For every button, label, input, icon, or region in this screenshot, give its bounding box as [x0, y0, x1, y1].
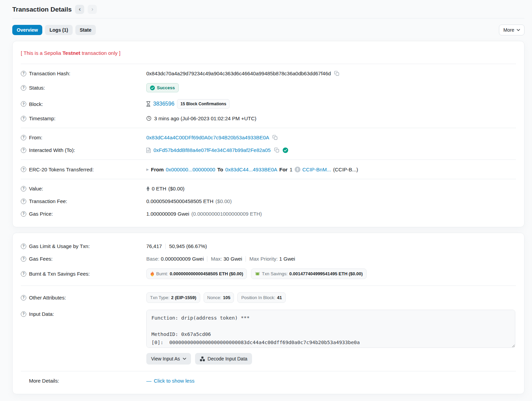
token-icon [295, 167, 300, 172]
status-row: ? Status: Success [21, 80, 516, 96]
view-input-as-label: View Input As [151, 356, 180, 361]
separator [165, 244, 166, 249]
gas-limit-label: Gas Limit & Usage by Txn: [29, 243, 90, 249]
help-icon[interactable]: ? [21, 116, 26, 121]
help-icon[interactable]: ? [21, 135, 26, 140]
view-input-as-button[interactable]: View Input As [146, 353, 191, 365]
interacted-with-address-link[interactable]: 0xFd57b4ddBf88a4e07fF4e34C487b99af2Fe82a… [153, 147, 271, 153]
divider [21, 371, 516, 371]
more-button[interactable]: More [499, 25, 524, 35]
help-icon[interactable]: ? [21, 244, 26, 249]
show-less-link-label: Click to show less [154, 378, 194, 384]
divider [21, 128, 516, 128]
base-fee-value: 0.000000009 Gwei [161, 256, 204, 262]
token-name-link[interactable]: CCIP-BnM... [302, 167, 331, 172]
gas-price-label: Gas Price: [29, 211, 53, 217]
copy-icon[interactable] [272, 135, 278, 140]
help-icon[interactable]: ? [21, 271, 26, 277]
input-data-row: ? Input Data: Function: drip(address tok… [21, 306, 516, 368]
interacted-with-row: ? Interacted With (To): 0xFd57b4ddBf88a4… [21, 144, 516, 156]
tabs: Overview Logs (1) State [12, 25, 96, 35]
help-icon[interactable]: ? [21, 85, 26, 91]
copy-icon[interactable] [334, 71, 340, 76]
erc20-transfers-row: ? ERC-20 Tokens Transferred: ▸ From 0x00… [21, 163, 516, 176]
help-icon[interactable]: ? [21, 186, 26, 191]
gas-limit-row: ? Gas Limit & Usage by Txn: 76,417 50,94… [21, 240, 516, 252]
gas-price-amount: 1.000000009 Gwei [146, 211, 189, 217]
value-usd: ($0.00) [168, 186, 185, 191]
gas-price-eth: (0.000000001000000009 ETH) [191, 211, 262, 217]
check-circle-icon [150, 86, 155, 90]
position-in-block-value: 41 [277, 295, 282, 300]
gas-usage-value: 50,945 (66.67%) [169, 243, 207, 249]
chevron-left-icon: ‹ [79, 6, 81, 12]
from-address-link[interactable]: 0x83dC44a4C00DFf69d0A0c7c94B20b53a4933BE… [146, 135, 269, 140]
input-data-actions: View Input As Decode Input Data [146, 353, 516, 365]
transaction-hash-row: ? Transaction Hash: 0x843dc70a4a29d79234… [21, 67, 516, 80]
help-icon[interactable]: ? [21, 167, 26, 172]
divider [21, 179, 516, 179]
transfer-amount: 1 [290, 167, 292, 172]
other-attributes-row: ? Other Attributes: Txn Type: 2 (EIP-155… [21, 289, 516, 306]
txn-savings-value: 0.001477404999541495 ETH ($0.00) [289, 271, 363, 276]
base-fee-label: Base: [146, 256, 159, 262]
block-number-link[interactable]: 3836596 [153, 101, 174, 107]
more-details-row: More Details: — Click to show less [21, 374, 516, 387]
money-wings-icon [255, 272, 260, 276]
block-row: ? Block: 3836596 15 Block Confirmations [21, 96, 516, 112]
help-icon[interactable]: ? [21, 148, 26, 153]
block-label: Block: [29, 101, 43, 107]
transfer-for-label: For [279, 167, 287, 172]
from-row: ? From: 0x83dC44a4C00DFf69d0A0c7c94B20b5… [21, 131, 516, 144]
transfer-from-address-link[interactable]: 0x000000...00000000 [166, 167, 215, 172]
copy-icon[interactable] [274, 148, 280, 153]
max-priority-fee-value: 1 Gwei [279, 256, 295, 262]
help-icon[interactable]: ? [21, 71, 26, 76]
help-icon[interactable]: ? [21, 101, 26, 107]
testnet-warning-text2: transaction only ] [80, 50, 121, 56]
burnt-savings-label: Burnt & Txn Savings Fees: [29, 271, 90, 277]
caret-right-icon: ▸ [146, 166, 149, 172]
help-icon[interactable]: ? [21, 211, 26, 217]
value-row: ? Value: 0 ETH ($0.00) [21, 182, 516, 195]
clock-icon [146, 116, 151, 121]
burnt-fees-badge: Burnt: 0.000000000000458505 ETH ($0.00) [146, 268, 247, 279]
help-icon[interactable]: ? [21, 256, 26, 262]
overview-card: [ This is a Sepolia Testnet transaction … [12, 41, 524, 227]
decode-input-data-label: Decode Input Data [208, 356, 248, 361]
decode-input-data-button[interactable]: Decode Input Data [195, 353, 252, 365]
next-transaction-button[interactable]: › [88, 5, 97, 14]
show-less-link[interactable]: — Click to show less [146, 378, 194, 384]
input-data-textarea[interactable]: Function: drip(address token) *** Method… [146, 310, 515, 348]
help-icon[interactable]: ? [21, 295, 26, 300]
status-badge: Success [146, 83, 179, 92]
tab-logs[interactable]: Logs (1) [45, 25, 72, 35]
from-label: From: [29, 135, 42, 140]
transaction-fee-usd: ($0.00) [216, 198, 232, 204]
chevron-down-icon [517, 29, 520, 31]
timestamp-row: ? Timestamp: 3 mins ago (Jul-06-2023 01:… [21, 112, 516, 125]
burnt-savings-row: ? Burnt & Txn Savings Fees: Burnt: 0.000… [21, 265, 516, 282]
transaction-fee-row: ? Transaction Fee: 0.000050945000458505 … [21, 195, 516, 207]
nonce-label: Nonce: [207, 295, 221, 300]
help-icon[interactable]: ? [21, 199, 26, 204]
tab-state[interactable]: State [75, 25, 96, 35]
other-attributes-label: Other Attributes: [29, 295, 66, 300]
transfer-from-label: From [151, 167, 164, 172]
testnet-warning-bold: Testnet [62, 50, 80, 56]
help-icon[interactable]: ? [21, 311, 26, 317]
divider [21, 64, 516, 64]
txn-savings-label: Txn Savings: [262, 271, 287, 276]
burnt-label: Burnt: [156, 271, 168, 276]
chevron-down-icon [183, 358, 186, 360]
contract-file-icon [146, 148, 151, 153]
max-fee-value: 30 Gwei [223, 256, 242, 262]
previous-transaction-button[interactable]: ‹ [75, 5, 84, 14]
fire-icon [150, 271, 154, 276]
tab-overview[interactable]: Overview [12, 25, 42, 35]
testnet-warning: [ This is a Sepolia Testnet transaction … [21, 48, 516, 61]
transaction-fee-amount: 0.000050945000458505 ETH [146, 198, 213, 204]
transfer-to-address-link[interactable]: 0x83dC44...4933BE0A [225, 167, 277, 172]
status-badge-label: Success [157, 85, 175, 90]
max-fee-label: Max: [211, 256, 222, 262]
